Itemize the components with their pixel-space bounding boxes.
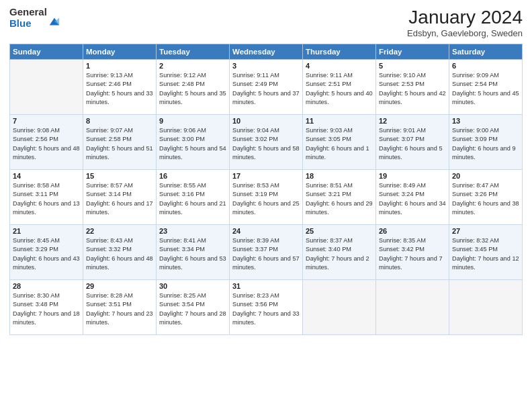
day-number: 21 (13, 227, 80, 235)
calendar-cell: 26Sunrise: 8:35 AMSunset: 3:42 PMDayligh… (376, 225, 449, 280)
day-number: 17 (232, 172, 300, 180)
calendar-cell: 24Sunrise: 8:39 AMSunset: 3:37 PMDayligh… (230, 225, 303, 280)
calendar-cell: 5Sunrise: 9:10 AMSunset: 2:53 PMDaylight… (376, 60, 449, 115)
day-info: Sunrise: 8:23 AMSunset: 3:56 PMDaylight:… (232, 291, 300, 327)
calendar-cell (10, 60, 83, 115)
calendar-cell: 9Sunrise: 9:06 AMSunset: 3:00 PMDaylight… (157, 115, 230, 170)
day-number: 11 (306, 117, 373, 125)
day-info: Sunrise: 8:58 AMSunset: 3:11 PMDaylight:… (13, 181, 80, 217)
day-info: Sunrise: 8:35 AMSunset: 3:42 PMDaylight:… (379, 236, 446, 272)
logo-blue-text: Blue (9, 18, 47, 30)
day-info: Sunrise: 9:12 AMSunset: 2:48 PMDaylight:… (159, 71, 226, 107)
location-subtitle: Edsbyn, Gaevleborg, Sweden (407, 28, 523, 38)
day-info: Sunrise: 9:04 AMSunset: 3:02 PMDaylight:… (232, 126, 300, 162)
day-number: 12 (379, 117, 446, 125)
day-info: Sunrise: 9:08 AMSunset: 2:56 PMDaylight:… (13, 126, 80, 162)
calendar-cell: 11Sunrise: 9:03 AMSunset: 3:05 PMDayligh… (303, 115, 376, 170)
calendar-cell: 8Sunrise: 9:07 AMSunset: 2:58 PMDaylight… (83, 115, 157, 170)
calendar-cell: 29Sunrise: 8:28 AMSunset: 3:51 PMDayligh… (83, 280, 157, 335)
day-number: 26 (379, 227, 446, 235)
day-info: Sunrise: 8:28 AMSunset: 3:51 PMDaylight:… (86, 291, 153, 327)
header-day-tuesday: Tuesday (157, 44, 230, 60)
calendar-cell: 4Sunrise: 9:11 AMSunset: 2:51 PMDaylight… (303, 60, 376, 115)
day-info: Sunrise: 8:32 AMSunset: 3:45 PMDaylight:… (452, 236, 519, 272)
day-number: 3 (232, 62, 300, 70)
header-day-wednesday: Wednesday (230, 44, 303, 60)
day-number: 8 (86, 117, 153, 125)
day-info: Sunrise: 9:13 AMSunset: 2:46 PMDaylight:… (86, 71, 153, 107)
day-number: 22 (86, 227, 153, 235)
header: General Blue January 2024 Edsbyn, Gaevle… (9, 7, 523, 38)
header-day-thursday: Thursday (303, 44, 376, 60)
header-day-friday: Friday (376, 44, 449, 60)
logo: General Blue (9, 7, 60, 29)
calendar-cell: 7Sunrise: 9:08 AMSunset: 2:56 PMDaylight… (10, 115, 83, 170)
calendar-cell: 14Sunrise: 8:58 AMSunset: 3:11 PMDayligh… (10, 170, 83, 225)
header-day-monday: Monday (83, 44, 157, 60)
calendar-cell: 17Sunrise: 8:53 AMSunset: 3:19 PMDayligh… (230, 170, 303, 225)
day-info: Sunrise: 9:03 AMSunset: 3:05 PMDaylight:… (306, 126, 373, 162)
calendar-cell: 3Sunrise: 9:11 AMSunset: 2:49 PMDaylight… (230, 60, 303, 115)
calendar-cell: 13Sunrise: 9:00 AMSunset: 3:09 PMDayligh… (449, 115, 523, 170)
day-number: 13 (452, 117, 519, 125)
day-info: Sunrise: 8:37 AMSunset: 3:40 PMDaylight:… (306, 236, 373, 272)
day-number: 25 (306, 227, 373, 235)
calendar-cell (449, 280, 523, 335)
day-number: 2 (159, 62, 226, 70)
calendar-cell: 31Sunrise: 8:23 AMSunset: 3:56 PMDayligh… (230, 280, 303, 335)
day-info: Sunrise: 8:47 AMSunset: 3:26 PMDaylight:… (452, 181, 519, 217)
calendar-cell: 19Sunrise: 8:49 AMSunset: 3:24 PMDayligh… (376, 170, 449, 225)
day-info: Sunrise: 8:49 AMSunset: 3:24 PMDaylight:… (379, 181, 446, 217)
day-number: 20 (452, 172, 519, 180)
calendar-container: General Blue January 2024 Edsbyn, Gaevle… (0, 0, 532, 411)
day-number: 31 (232, 282, 300, 290)
day-info: Sunrise: 9:11 AMSunset: 2:51 PMDaylight:… (306, 71, 373, 107)
calendar-cell (376, 280, 449, 335)
day-number: 29 (86, 282, 153, 290)
calendar-cell: 18Sunrise: 8:51 AMSunset: 3:21 PMDayligh… (303, 170, 376, 225)
day-number: 5 (379, 62, 446, 70)
calendar-cell: 28Sunrise: 8:30 AMSunset: 3:48 PMDayligh… (10, 280, 83, 335)
calendar-cell: 15Sunrise: 8:57 AMSunset: 3:14 PMDayligh… (83, 170, 157, 225)
day-info: Sunrise: 8:51 AMSunset: 3:21 PMDaylight:… (306, 181, 373, 217)
day-info: Sunrise: 9:07 AMSunset: 2:58 PMDaylight:… (86, 126, 153, 162)
day-number: 10 (232, 117, 300, 125)
header-day-sunday: Sunday (10, 44, 83, 60)
calendar-cell: 16Sunrise: 8:55 AMSunset: 3:16 PMDayligh… (157, 170, 230, 225)
calendar-cell: 2Sunrise: 9:12 AMSunset: 2:48 PMDaylight… (157, 60, 230, 115)
day-info: Sunrise: 8:30 AMSunset: 3:48 PMDaylight:… (13, 291, 80, 327)
day-number: 30 (159, 282, 226, 290)
calendar-cell: 21Sunrise: 8:45 AMSunset: 3:29 PMDayligh… (10, 225, 83, 280)
calendar-cell (303, 280, 376, 335)
calendar-cell: 10Sunrise: 9:04 AMSunset: 3:02 PMDayligh… (230, 115, 303, 170)
week-row-4: 21Sunrise: 8:45 AMSunset: 3:29 PMDayligh… (10, 225, 523, 280)
logo-general-text: General (9, 7, 47, 18)
day-info: Sunrise: 9:11 AMSunset: 2:49 PMDaylight:… (232, 71, 300, 107)
logo-icon (48, 15, 60, 28)
day-number: 19 (379, 172, 446, 180)
day-number: 18 (306, 172, 373, 180)
day-number: 4 (306, 62, 373, 70)
day-number: 23 (159, 227, 226, 235)
day-info: Sunrise: 9:01 AMSunset: 3:07 PMDaylight:… (379, 126, 446, 162)
week-row-1: 1Sunrise: 9:13 AMSunset: 2:46 PMDaylight… (10, 60, 523, 115)
day-number: 1 (86, 62, 153, 70)
header-row: SundayMondayTuesdayWednesdayThursdayFrid… (10, 44, 523, 60)
calendar-cell: 12Sunrise: 9:01 AMSunset: 3:07 PMDayligh… (376, 115, 449, 170)
week-row-2: 7Sunrise: 9:08 AMSunset: 2:56 PMDaylight… (10, 115, 523, 170)
day-info: Sunrise: 9:00 AMSunset: 3:09 PMDaylight:… (452, 126, 519, 162)
week-row-5: 28Sunrise: 8:30 AMSunset: 3:48 PMDayligh… (10, 280, 523, 335)
title-block: January 2024 Edsbyn, Gaevleborg, Sweden (407, 7, 523, 38)
day-number: 24 (232, 227, 300, 235)
day-number: 14 (13, 172, 80, 180)
day-info: Sunrise: 8:39 AMSunset: 3:37 PMDaylight:… (232, 236, 300, 272)
calendar-cell: 20Sunrise: 8:47 AMSunset: 3:26 PMDayligh… (449, 170, 523, 225)
month-title: January 2024 (407, 7, 523, 28)
day-info: Sunrise: 9:06 AMSunset: 3:00 PMDaylight:… (159, 126, 226, 162)
day-info: Sunrise: 8:53 AMSunset: 3:19 PMDaylight:… (232, 181, 300, 217)
calendar-cell: 6Sunrise: 9:09 AMSunset: 2:54 PMDaylight… (449, 60, 523, 115)
calendar-cell: 27Sunrise: 8:32 AMSunset: 3:45 PMDayligh… (449, 225, 523, 280)
day-info: Sunrise: 8:43 AMSunset: 3:32 PMDaylight:… (86, 236, 153, 272)
day-info: Sunrise: 8:55 AMSunset: 3:16 PMDaylight:… (159, 181, 226, 217)
day-number: 15 (86, 172, 153, 180)
